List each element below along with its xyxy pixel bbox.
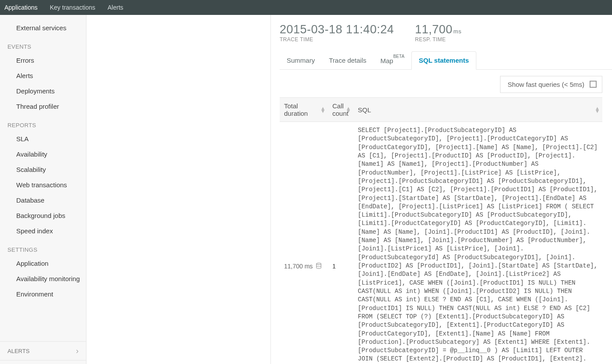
chevron-right-icon: ›	[76, 346, 79, 356]
sidebar-item-environment[interactable]: Environment	[0, 286, 86, 302]
sort-icon: ▴▾	[596, 107, 599, 113]
sort-icon: ▴▾	[321, 107, 324, 113]
col-total-duration[interactable]: Total duration ▴▾	[280, 98, 328, 122]
sidebar-item-application[interactable]: Application	[0, 256, 86, 271]
sidebar-alerts-footer[interactable]: ALERTS ›	[0, 341, 86, 360]
tab-map[interactable]: MapBETA	[374, 51, 412, 69]
trace-time-label: TRACE TIME	[280, 36, 394, 43]
sql-table: Total duration ▴▾ Call count ▴▾ SQL ▴▾	[280, 97, 602, 364]
top-nav: Applications Key transactions Alerts	[0, 0, 612, 15]
sidebar-group-events: EVENTS	[0, 36, 86, 53]
sidebar-group-settings: SETTINGS	[0, 239, 86, 256]
tab-trace-details[interactable]: Trace details	[322, 51, 373, 69]
call-count-value: 1	[328, 122, 353, 364]
sidebar-item-external-services[interactable]: External services	[0, 20, 86, 36]
trace-time-value: 2015-03-18 11:40:24	[280, 23, 394, 36]
sidebar-item-database[interactable]: Database	[0, 193, 86, 208]
tab-sql-statements[interactable]: SQL statements	[411, 51, 476, 70]
list-panel	[86, 15, 271, 364]
resp-time-metric: 11,700ms RESP. TIME	[415, 23, 461, 43]
sidebar-item-background-jobs[interactable]: Background jobs	[0, 208, 86, 223]
sql-text: SELECT [Project1].[ProductSubcategoryID]…	[353, 122, 602, 364]
nav-alerts[interactable]: Alerts	[108, 4, 123, 11]
sidebar-item-sla[interactable]: SLA	[0, 131, 86, 146]
sidebar-item-errors[interactable]: Errors	[0, 53, 86, 68]
trace-time-metric: 2015-03-18 11:40:24 TRACE TIME	[280, 23, 394, 43]
resp-time-value: 11,700ms	[415, 23, 461, 36]
sidebar-alerts-footer-label: ALERTS	[7, 348, 29, 354]
sort-icon: ▴▾	[347, 107, 350, 113]
sidebar-item-deployments[interactable]: Deployments	[0, 83, 86, 99]
sidebar-item-scalability[interactable]: Scalability	[0, 162, 86, 177]
sidebar-item-alerts[interactable]: Alerts	[0, 68, 86, 83]
database-icon	[316, 263, 322, 270]
sidebar-group-reports: REPORTS	[0, 114, 86, 131]
sidebar-item-speed-index[interactable]: Speed index	[0, 223, 86, 239]
col-sql[interactable]: SQL ▴▾	[353, 98, 602, 122]
sidebar-item-thread-profiler[interactable]: Thread profiler	[0, 99, 86, 114]
col-call-count[interactable]: Call count ▴▾	[328, 98, 353, 122]
show-fast-queries-label: Show fast queries (< 5ms)	[508, 81, 584, 88]
nav-applications[interactable]: Applications	[4, 4, 38, 11]
sidebar-item-web-transactions[interactable]: Web transactions	[0, 177, 86, 193]
trace-tabs: Summary Trace details MapBETA SQL statem…	[280, 51, 612, 70]
svg-point-0	[317, 263, 321, 265]
sidebar-item-availability[interactable]: Availability	[0, 146, 86, 162]
sidebar: External services EVENTS Errors Alerts D…	[0, 15, 86, 364]
table-row[interactable]: 11,700 ms 1 SELECT [Project1].[ProductSu…	[280, 122, 602, 364]
sidebar-item-availability-monitoring[interactable]: Availability monitoring	[0, 271, 86, 286]
duration-value: 11,700 ms	[284, 263, 313, 270]
nav-key-transactions[interactable]: Key transactions	[50, 4, 96, 11]
checkbox-icon[interactable]	[590, 81, 597, 88]
detail-panel: 2015-03-18 11:40:24 TRACE TIME 11,700ms …	[271, 15, 612, 364]
show-fast-queries-toggle[interactable]: Show fast queries (< 5ms)	[500, 76, 602, 93]
resp-time-label: RESP. TIME	[415, 36, 461, 43]
tab-summary[interactable]: Summary	[280, 51, 322, 69]
